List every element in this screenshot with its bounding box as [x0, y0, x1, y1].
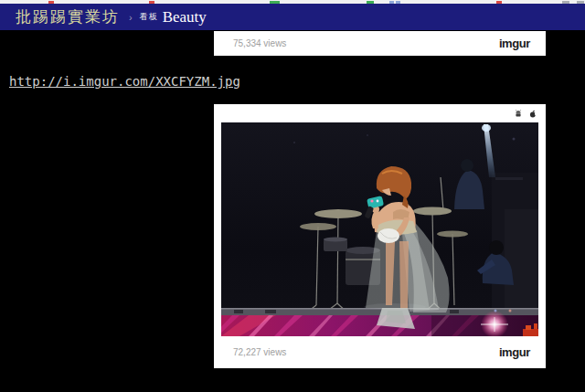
- board-name-link[interactable]: Beauty: [163, 8, 207, 26]
- imgur-logo-link[interactable]: imgur: [499, 37, 530, 50]
- breadcrumb-separator-icon: ›: [129, 12, 133, 23]
- view-count: 72,227 views: [233, 347, 286, 357]
- site-header: 批踢踢實業坊 › 看板 Beauty: [0, 4, 585, 30]
- apple-icon[interactable]: [528, 109, 537, 119]
- imgur-url-link[interactable]: http://i.imgur.com/XXCFYZM.jpg: [9, 74, 240, 89]
- concert-photo[interactable]: [221, 122, 538, 336]
- imgur-embed-card-2: 72,227 views imgur: [214, 104, 546, 368]
- embed-footer: 72,227 views imgur: [214, 336, 546, 368]
- embed-topbar: [214, 104, 546, 122]
- view-count: 75,334 views: [233, 38, 286, 48]
- embed-footer: 75,334 views imgur: [214, 31, 546, 56]
- imgur-embed-card-1: 75,334 views imgur: [214, 31, 546, 56]
- android-icon[interactable]: [514, 109, 523, 118]
- imgur-logo-link[interactable]: imgur: [499, 345, 530, 359]
- board-label: 看板: [140, 11, 158, 23]
- page: 批踢踢實業坊 › 看板 Beauty http://i.imgur.com/XX…: [0, 0, 585, 392]
- site-title-link[interactable]: 批踢踢實業坊: [16, 6, 120, 27]
